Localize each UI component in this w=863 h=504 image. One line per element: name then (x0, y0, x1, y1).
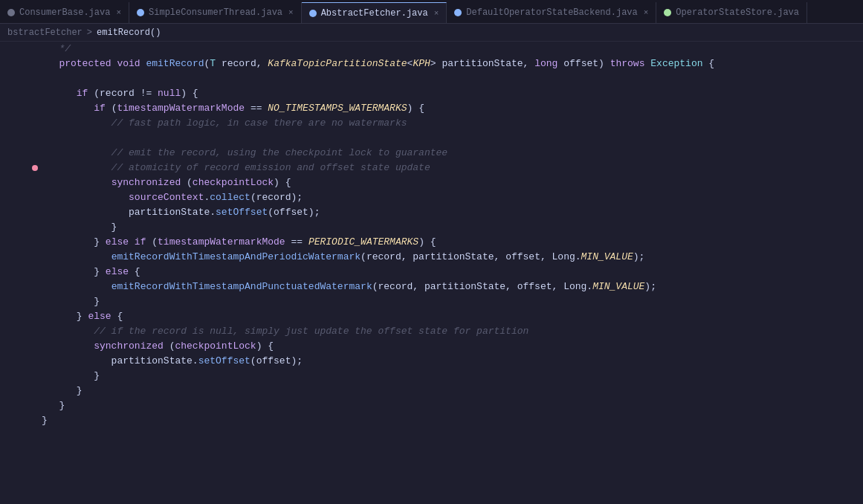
line-gutter (31, 384, 39, 398)
breadcrumb-separator: > (87, 28, 92, 38)
code-content: // if the record is null, simply just up… (39, 324, 863, 339)
breadcrumb-class: bstractFetcher (7, 28, 83, 38)
line-number (0, 56, 31, 71)
tab-label-simple-consumer-thread: SimpleConsumerThread.java (149, 7, 282, 18)
line-number (0, 354, 31, 369)
line-gutter (31, 235, 39, 250)
tab-label-consumer-base: ConsumerBase.java (19, 7, 110, 18)
line-number (0, 42, 31, 56)
line-gutter (31, 56, 39, 71)
code-line: sourceContext.collect(record); (0, 190, 863, 205)
line-gutter (31, 413, 39, 428)
line-gutter (31, 175, 39, 190)
line-gutter (31, 71, 39, 86)
code-content: } (39, 413, 863, 428)
code-line: synchronized (checkpointLock) { (0, 175, 863, 190)
code-line: if (record != null) { (0, 86, 863, 101)
code-content: if (record != null) { (39, 86, 863, 101)
tab-consumer-base[interactable]: ConsumerBase.java × (0, 2, 129, 23)
line-gutter (31, 42, 39, 56)
code-content: */ (39, 42, 863, 56)
line-number (0, 413, 31, 428)
line-number (0, 86, 31, 101)
code-line: } else if (timestampWatermarkMode == PER… (0, 235, 863, 250)
code-area: */ protected void emitRecord(T record, K… (0, 42, 863, 504)
code-content: emitRecordWithTimestampAndPeriodicWaterm… (39, 250, 863, 265)
code-line: } (0, 220, 863, 235)
code-content: } (39, 384, 863, 398)
line-gutter (31, 354, 39, 369)
code-content: } else if (timestampWatermarkMode == PER… (39, 235, 863, 250)
code-line: synchronized (checkpointLock) { (0, 339, 863, 354)
line-number (0, 220, 31, 235)
code-content: } (39, 398, 863, 413)
line-number (0, 309, 31, 324)
code-line: } (0, 398, 863, 413)
line-gutter (31, 220, 39, 235)
code-line: partitionState.setOffset(offset); (0, 354, 863, 369)
line-gutter (31, 116, 39, 131)
tab-label-operator-state-store: OperatorStateStore.java (676, 7, 799, 18)
close-abstract-fetcher[interactable]: × (434, 9, 439, 18)
tab-label-default-operator-state-backend: DefaultOperatorStateBackend.java (466, 7, 637, 18)
tab-default-operator-state-backend[interactable]: DefaultOperatorStateBackend.java × (447, 2, 656, 23)
line-gutter (31, 131, 39, 146)
code-line: */ (0, 42, 863, 56)
close-consumer-base[interactable]: × (116, 8, 121, 17)
line-number (0, 71, 31, 86)
line-gutter (31, 146, 39, 161)
line-number (0, 161, 31, 175)
code-content (39, 71, 863, 86)
line-gutter (31, 324, 39, 339)
breadcrumb-method: emitRecord() (97, 28, 161, 38)
code-line: // emit the record, using the checkpoint… (0, 146, 863, 161)
tab-simple-consumer-thread[interactable]: SimpleConsumerThread.java × (129, 2, 302, 23)
line-number (0, 175, 31, 190)
line-gutter (31, 280, 39, 294)
line-gutter (31, 294, 39, 309)
tab-abstract-fetcher[interactable]: AbstractFetcher.java × (302, 2, 447, 23)
line-gutter (31, 398, 39, 413)
code-line: } (0, 369, 863, 384)
line-gutter (31, 250, 39, 265)
code-line: } (0, 294, 863, 309)
line-number (0, 205, 31, 220)
line-gutter (31, 205, 39, 220)
line-number (0, 250, 31, 265)
close-simple-consumer-thread[interactable]: × (288, 8, 294, 17)
line-gutter (31, 101, 39, 116)
line-number (0, 265, 31, 280)
breakpoint-indicator (32, 165, 38, 171)
line-number (0, 294, 31, 309)
line-number (0, 280, 31, 294)
line-number (0, 146, 31, 161)
line-number (0, 398, 31, 413)
tab-label-abstract-fetcher: AbstractFetcher.java (321, 8, 428, 19)
line-number (0, 101, 31, 116)
code-content: // emit the record, using the checkpoint… (39, 146, 863, 161)
code-content: // atomicity of record emission and offs… (39, 161, 863, 175)
code-content: if (timestampWatermarkMode == NO_TIMESTA… (39, 101, 863, 116)
code-line: } else { (0, 309, 863, 324)
line-gutter (31, 190, 39, 205)
code-line (0, 71, 863, 86)
code-content: } (39, 369, 863, 384)
code-content: } (39, 294, 863, 309)
close-default-operator-state-backend[interactable]: × (644, 8, 649, 17)
line-gutter (31, 309, 39, 324)
tab-icon-operator-state-store (664, 9, 671, 16)
line-number (0, 190, 31, 205)
code-content: synchronized (checkpointLock) { (39, 339, 863, 354)
tab-icon-simple-consumer-thread (137, 9, 144, 16)
tab-operator-state-store[interactable]: OperatorStateStore.java (656, 2, 807, 23)
breadcrumb: bstractFetcher > emitRecord() (0, 24, 863, 42)
code-content (39, 131, 863, 146)
tab-icon-abstract-fetcher (309, 10, 317, 17)
code-line: emitRecordWithTimestampAndPunctuatedWate… (0, 280, 863, 294)
code-content: partitionState.setOffset(offset); (39, 205, 863, 220)
code-line: // fast path logic, in case there are no… (0, 116, 863, 131)
code-line: protected void emitRecord(T record, Kafk… (0, 56, 863, 71)
code-content: } else { (39, 309, 863, 324)
line-gutter (31, 369, 39, 384)
code-content: emitRecordWithTimestampAndPunctuatedWate… (39, 280, 863, 294)
